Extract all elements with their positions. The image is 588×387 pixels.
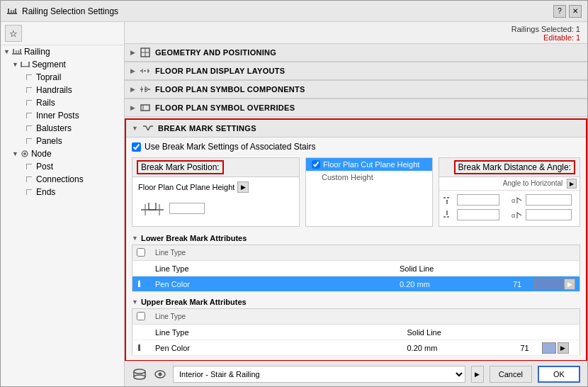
angle-horizontal-label: Angle to Horizontal xyxy=(503,179,563,187)
svg-rect-2 xyxy=(15,9,16,14)
svg-marker-44 xyxy=(138,344,140,345)
height-input[interactable]: 1100 xyxy=(169,203,205,214)
lower-linetype-header: Line Type xyxy=(151,245,395,261)
sidebar-item-rails[interactable]: Rails xyxy=(23,96,124,109)
layer-dropdown[interactable]: Interior - Stair & Railing xyxy=(173,366,465,383)
svg-marker-39 xyxy=(446,214,448,215)
lower-color-arrow[interactable]: ▶ xyxy=(564,279,575,290)
fp-dropdown-btn[interactable]: ▶ xyxy=(237,181,249,193)
sidebar-item-segment[interactable]: ▼ Segment xyxy=(9,58,124,71)
upper-pencolor-row[interactable]: Pen Color 0.20 mm 71 ▶ xyxy=(132,340,580,356)
break-mark-header[interactable]: ▼ BREAK MARK SETTINGS xyxy=(126,120,586,138)
floor-plan-layouts-label: FLOOR PLAN DISPLAY LAYOUTS xyxy=(155,67,285,75)
settings-area: ▶ GEOMETRY AND POSITIONING ▶ xyxy=(125,43,587,361)
floor-plan-overrides-label: FLOOR PLAN SYMBOL OVERRIDES xyxy=(155,103,295,112)
railing-label: Railing xyxy=(24,47,50,57)
sidebar-item-panels[interactable]: Panels xyxy=(23,135,124,147)
upper-color-arrow[interactable]: ▶ xyxy=(558,342,569,354)
segment-label: Segment xyxy=(32,60,66,69)
expand-arrow-fpo: ▶ xyxy=(130,104,135,111)
upper-pencolor-label: Pen Color xyxy=(155,344,190,352)
expand-arrow-railing: ▼ xyxy=(4,48,10,55)
rails-label: Rails xyxy=(36,98,55,108)
bm-angle-header: Break Mark Distance & Angle: xyxy=(439,158,579,177)
angle-input-row1: α 30.00° xyxy=(511,194,577,206)
fp-dropdown-selected[interactable]: Floor Plan Cut Plane Height xyxy=(306,158,432,171)
railing-children: ▼ Segment Toprail xyxy=(1,58,124,198)
upper-linetype-row[interactable]: Line Type Solid Line xyxy=(132,325,580,340)
dropdown-arrow-btn[interactable]: ▶ xyxy=(471,366,484,383)
bm-position-label: Break Mark Position: xyxy=(137,160,224,174)
handrails-label: Handrails xyxy=(36,85,72,95)
fp-label: Floor Plan Cut Plane Height xyxy=(138,183,234,191)
railing-tree-icon xyxy=(12,47,22,57)
angle-to-horiz-label: Angle to Horizontal ▶ xyxy=(439,177,579,191)
svg-line-28 xyxy=(148,126,150,130)
sidebar-item-handrails[interactable]: Handrails xyxy=(23,84,124,96)
angle-input-2[interactable]: 0 xyxy=(526,209,572,220)
sidebar-item-toprail[interactable]: Toprail xyxy=(23,71,124,84)
upper-col-checkbox[interactable] xyxy=(137,312,145,320)
svg-rect-43 xyxy=(138,345,140,351)
lower-color-swatch[interactable] xyxy=(534,279,562,290)
node-label: Node xyxy=(31,149,52,159)
segment-icon xyxy=(21,60,30,69)
title-bar: Railing Selection Settings ? ✕ xyxy=(1,1,587,22)
svg-rect-3 xyxy=(11,10,12,14)
sidebar-item-connections[interactable]: Connections xyxy=(23,173,124,186)
favorite-button[interactable]: ☆ xyxy=(5,25,22,42)
sidebar-item-ends[interactable]: Ends xyxy=(23,186,124,198)
node-children: Post Connections Ends xyxy=(9,160,124,198)
sidebar-item-railing[interactable]: ▼ Railing xyxy=(1,45,124,58)
close-button[interactable]: ✕ xyxy=(569,5,582,18)
svg-rect-41 xyxy=(138,281,140,287)
bottom-bar: Interior - Stair & Railing ▶ Cancel OK xyxy=(125,361,587,386)
angle-input-1[interactable]: 30.00° xyxy=(526,194,572,206)
railings-selected-label: Railings Selected: 1 xyxy=(132,25,580,33)
cut-plane-visual: 1100 xyxy=(138,196,293,220)
svg-rect-11 xyxy=(21,62,22,67)
svg-text:α: α xyxy=(511,197,515,204)
sidebar-item-balusters[interactable]: Balusters xyxy=(23,122,124,135)
dist-input-row2: 0 xyxy=(442,208,509,221)
use-break-mark-checkbox[interactable] xyxy=(132,142,141,152)
lower-pencolor-row[interactable]: Pen Color 0.20 mm 71 ▶ xyxy=(132,276,580,292)
main-content: ☆ ▼ Railing xyxy=(1,22,587,386)
lower-bm-label: Lower Break Mark Attributes xyxy=(141,234,247,242)
expand-arrow-fpl: ▶ xyxy=(130,67,135,74)
section-floor-plan-overrides[interactable]: ▶ FLOOR PLAN SYMBOL OVERRIDES xyxy=(125,99,587,117)
dist-input-row1: 150 xyxy=(442,194,509,206)
lower-col-checkbox[interactable] xyxy=(137,248,145,257)
sidebar-item-inner-posts[interactable]: Inner Posts xyxy=(23,109,124,122)
break-mark-icon xyxy=(142,123,154,134)
connections-label: Connections xyxy=(36,174,84,184)
section-geometry[interactable]: ▶ GEOMETRY AND POSITIONING xyxy=(125,43,587,62)
fp-dropdown-checkbox[interactable] xyxy=(312,160,320,169)
help-button[interactable]: ? xyxy=(553,5,566,18)
lower-header-row: Line Type xyxy=(132,245,580,261)
distance-input-1[interactable]: 150 xyxy=(457,194,499,206)
upper-break-mark-section: ▼ Upper Break Mark Attributes Line Type xyxy=(132,295,580,356)
section-floor-plan-symbol[interactable]: ▶ FLOOR PLAN SYMBOL COMPONENTS xyxy=(125,80,587,99)
cancel-button[interactable]: Cancel xyxy=(490,366,532,383)
sidebar-item-post[interactable]: Post xyxy=(23,160,124,173)
fp-dropdown-panel: Floor Plan Cut Plane Height Custom Heigh… xyxy=(305,157,433,227)
upper-color-swatch[interactable] xyxy=(542,342,556,354)
angle-dropdown-btn[interactable]: ▶ xyxy=(567,179,577,189)
lower-linetype-row[interactable]: Line Type Solid Line xyxy=(132,261,580,276)
lower-color-header xyxy=(530,245,580,261)
fp-custom-height[interactable]: Custom Height xyxy=(306,171,432,184)
distance-input-2[interactable]: 0 xyxy=(457,209,499,220)
section-floor-plan-layouts[interactable]: ▶ FLOOR PLAN DISPLAY LAYOUTS xyxy=(125,62,587,80)
use-break-mark-row: Use Break Mark Settings of Associated St… xyxy=(132,142,580,152)
ok-button[interactable]: OK xyxy=(538,366,580,383)
upper-bm-title: ▼ Upper Break Mark Attributes xyxy=(132,295,580,308)
svg-rect-4 xyxy=(13,10,15,14)
editable-label: Editable: 1 xyxy=(132,33,580,42)
sidebar-item-node[interactable]: ▼ Node xyxy=(9,147,124,160)
pen-icon-upper xyxy=(137,342,147,352)
two-col-layout: Break Mark Position: Floor Plan Cut Plan… xyxy=(132,157,580,227)
svg-marker-42 xyxy=(138,280,140,281)
break-mark-position-panel: Break Mark Position: Floor Plan Cut Plan… xyxy=(132,157,300,227)
bm-position-content: Floor Plan Cut Plane Height ▶ xyxy=(132,177,299,226)
